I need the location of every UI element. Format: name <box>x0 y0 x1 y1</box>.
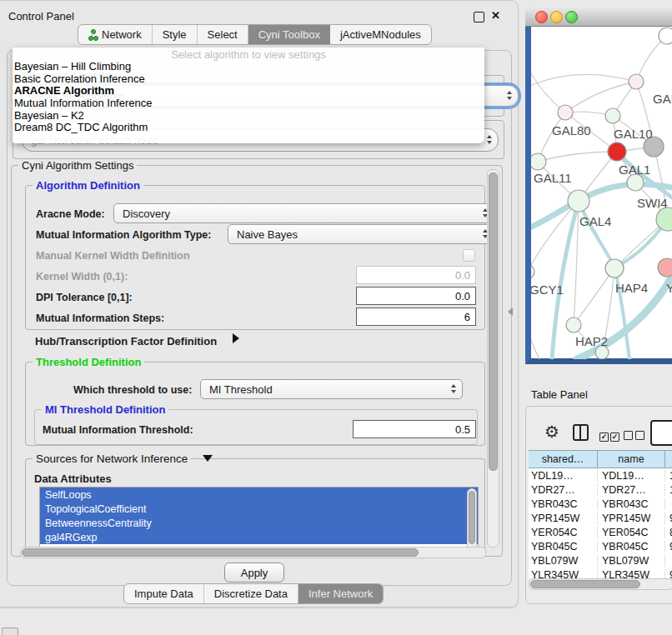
node-label: HAP2 <box>575 334 608 348</box>
node-gal11[interactable] <box>531 153 546 170</box>
table-row[interactable]: YPR145WYPR145W9. <box>529 511 672 525</box>
network-window-titlebar[interactable] <box>525 7 672 27</box>
column-header-shared[interactable]: shared… <box>529 450 598 468</box>
table-row[interactable]: YDR27…YDR27…12 <box>529 482 672 497</box>
hub-definition-label[interactable]: Hub/Transcription Factor Definition <box>35 335 217 348</box>
network-canvas[interactable]: GAL80 GAL10 GAL1 GAL11 SWI4 GAL4 GCY1 HA… <box>525 27 672 364</box>
expand-right-icon[interactable] <box>233 333 239 343</box>
node-gal1[interactable] <box>608 142 626 161</box>
sources-title[interactable]: Sources for Network Inference <box>33 452 191 465</box>
table-row[interactable]: YDL19…YDL19…13 <box>529 468 672 482</box>
bottom-tabbar: Impute Data Discretize Data Infer Networ… <box>123 583 384 604</box>
network-graph: GAL80 GAL10 GAL1 GAL11 SWI4 GAL4 GCY1 HA… <box>531 27 672 359</box>
algorithm-option[interactable]: Dream8 DC_TDC Algorithm <box>13 122 484 134</box>
tab-network[interactable]: Network <box>78 25 153 44</box>
close-icon[interactable]: ✕ <box>491 9 500 22</box>
algorithm-option[interactable]: Bayesian – K2 <box>13 110 484 122</box>
tab-impute-data[interactable]: Impute Data <box>124 584 204 603</box>
gear-icon[interactable]: ⚙ <box>544 423 559 440</box>
screen: Control Panel ✕ Network Style Select Cyn… <box>0 0 672 635</box>
zoom-traffic-light-icon[interactable] <box>565 11 578 23</box>
table-panel: ⚙ ✓✓ shared… name YDL19…YDL19…13 YDR27…Y… <box>525 406 672 604</box>
kernel-width-field[interactable]: 0.0 <box>356 266 476 284</box>
algorithm-option[interactable]: Bayesian – Hill Climbing <box>13 61 484 73</box>
table-horizontal-scrollbar[interactable] <box>529 578 672 590</box>
tab-jactivemnodules[interactable]: jActiveMNodules <box>330 25 431 44</box>
tab-cyni-toolbox[interactable]: Cyni Toolbox <box>248 25 330 44</box>
which-threshold-label: Which threshold to use: <box>73 384 192 396</box>
table-header: shared… name <box>529 450 672 468</box>
mi-type-label: Mutual Information Algorithm Type: <box>36 229 211 241</box>
collapse-down-icon[interactable] <box>203 455 213 462</box>
float-window-icon[interactable] <box>474 12 484 22</box>
node-label: GAL80 <box>552 123 591 138</box>
tab-style[interactable]: Style <box>153 25 198 44</box>
mi-steps-field[interactable]: 6 <box>356 308 476 326</box>
node-gal80[interactable] <box>558 105 573 120</box>
manual-kernel-checkbox[interactable] <box>463 249 475 262</box>
mi-threshold-definition-group: MI Threshold Definition Mutual Informati… <box>34 409 478 445</box>
close-traffic-light-icon[interactable] <box>535 11 548 23</box>
list-item[interactable]: SelfLoops <box>40 488 478 502</box>
tab-select[interactable]: Select <box>198 25 248 44</box>
tab-infer-network[interactable]: Infer Network <box>298 584 383 603</box>
aracne-mode-combo[interactable]: Discovery <box>113 203 494 223</box>
minimize-traffic-light-icon[interactable] <box>550 11 563 23</box>
node-label: GAL4 <box>579 214 611 228</box>
node-label: GAL <box>653 92 672 106</box>
table-row[interactable]: YBL079WYBL079W <box>529 553 672 568</box>
dpi-tolerance-field[interactable]: 0.0 <box>356 287 476 305</box>
node-table: shared… name YDL19…YDL19…13 YDR27…YDR27…… <box>529 450 672 578</box>
node-label: GAL1 <box>619 162 650 177</box>
apply-button[interactable]: Apply <box>224 562 284 582</box>
column-header-name[interactable]: name <box>598 450 665 468</box>
minimized-panel-button[interactable] <box>2 628 18 635</box>
algorithm-option-selected[interactable]: ARACNE Algorithm <box>13 85 484 98</box>
combo-arrows-icon <box>451 384 456 393</box>
node-hap2[interactable] <box>566 318 581 332</box>
column-header-cut[interactable] <box>665 450 672 468</box>
node-label: HAP4 <box>615 281 648 295</box>
table-row[interactable]: YLR345WYLR345W9. <box>529 568 672 578</box>
table-row[interactable]: YER054CYER054C8. <box>529 525 672 539</box>
control-panel-tabbar: Network Style Select Cyni Toolbox jActiv… <box>78 24 432 45</box>
node-hap4[interactable] <box>605 259 624 278</box>
mi-threshold-field[interactable]: 0.5 <box>353 420 476 438</box>
network-icon <box>88 29 98 40</box>
table-mode-icon[interactable] <box>650 420 672 446</box>
algorithm-definition-group: Algorithm Definition Aracne Mode: Discov… <box>25 185 485 330</box>
settings-horizontal-scrollbar[interactable] <box>20 547 486 558</box>
select-all-checkboxes-icon[interactable]: ✓✓ <box>599 428 619 442</box>
node-unlabeled[interactable] <box>659 28 672 44</box>
aracne-mode-label: Aracne Mode: <box>36 208 105 220</box>
node-salmon[interactable] <box>658 258 672 277</box>
algorithm-option[interactable]: Basic Correlation Inference <box>13 73 484 86</box>
manual-kernel-label: Manual Kernel Width Definition <box>36 250 190 262</box>
mi-threshold-label: Mutual Information Threshold: <box>43 424 193 436</box>
column-layout-icon[interactable] <box>573 424 589 441</box>
list-item[interactable]: BetweennessCentrality <box>40 516 478 530</box>
combo-arrows-icon <box>507 91 512 100</box>
algorithm-dropdown-popup: Select algorithm to view settings Bayesi… <box>13 48 484 143</box>
algorithm-placeholder: Select algorithm to view settings <box>13 48 484 61</box>
table-row[interactable]: YBR043CYBR043C <box>529 497 672 511</box>
node-label: GAL10 <box>614 127 653 141</box>
tab-discretize-data[interactable]: Discretize Data <box>204 584 298 603</box>
list-item[interactable]: TopologicalCoefficient <box>40 502 478 516</box>
mi-type-combo[interactable]: Naive Bayes <box>228 224 494 244</box>
node-gal4[interactable] <box>568 190 589 212</box>
splitpane-collapse-icon[interactable] <box>508 308 513 316</box>
node-gcy1[interactable] <box>531 264 534 279</box>
table-row[interactable]: YBR045CYBR045C9. <box>529 539 672 553</box>
deselect-all-checkboxes-icon[interactable] <box>624 428 644 443</box>
which-threshold-combo[interactable]: MI Threshold <box>200 379 463 399</box>
kernel-width-label: Kernel Width (0,1): <box>36 271 128 282</box>
node-swi4[interactable] <box>627 174 644 191</box>
node-gal10[interactable] <box>605 108 620 123</box>
node-gal-cut[interactable] <box>629 74 644 89</box>
settings-vertical-scrollbar[interactable] <box>487 169 499 548</box>
mi-steps-label: Mutual Information Steps: <box>36 312 164 324</box>
node-label: Y <box>666 281 672 295</box>
algorithm-option[interactable]: Mutual Information Inference <box>13 98 484 110</box>
list-item[interactable]: gal4RGexp <box>40 530 478 544</box>
